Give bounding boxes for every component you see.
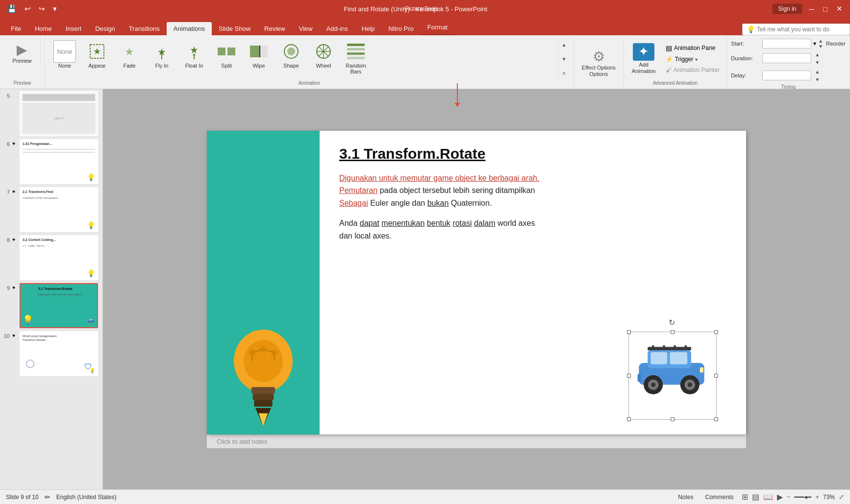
anim-split[interactable]: Split	[211, 38, 242, 71]
anim-shape[interactable]: Shape	[275, 38, 307, 71]
slide-item-8[interactable]: 8 ★ 3.2 Contoh Coding... // code here...…	[2, 235, 100, 280]
notes-button[interactable]: Notes	[674, 493, 697, 502]
zoom-out-icon[interactable]: −	[787, 493, 791, 501]
anim-scroll-more[interactable]: ≡	[560, 68, 569, 78]
body-red-1: Digunakan untuk memutar game object ke b…	[339, 174, 539, 182]
timing-reorder: ▲ ▼	[818, 38, 823, 49]
slide-thumb-7[interactable]: 2.1 Transform.Find Transform.Find merupa…	[20, 187, 98, 232]
slide-star-7: ★	[12, 189, 18, 194]
body-dapat: dapat	[360, 219, 379, 227]
tab-file[interactable]: File	[4, 22, 28, 35]
handle-mid-right[interactable]	[714, 374, 718, 378]
handle-bot-mid[interactable]	[671, 417, 675, 421]
body-bukan: bukan	[427, 199, 449, 207]
tab-addins[interactable]: Add-ins	[320, 22, 355, 35]
tab-help[interactable]: Help	[355, 22, 382, 35]
car-container[interactable]: ↻	[628, 332, 717, 420]
svg-rect-7	[227, 48, 235, 55]
redo-icon[interactable]: ↪	[36, 3, 48, 14]
delay-down[interactable]: ▼	[813, 75, 821, 83]
anim-scroll-up[interactable]: ▲	[560, 39, 569, 50]
timing-start-input[interactable]	[762, 39, 811, 48]
handle-mid-left[interactable]	[627, 374, 631, 378]
tab-animations[interactable]: Animations	[167, 22, 212, 35]
zoom-in-icon[interactable]: +	[815, 493, 819, 501]
animation-pane-button[interactable]: ▤ Animation Pane	[663, 43, 723, 53]
tab-view[interactable]: View	[292, 22, 320, 35]
slide-thumb-9[interactable]: 💡 3.1 Transform.Rotate Digunakan untuk m…	[20, 283, 98, 328]
anim-fade[interactable]: ★ Fade	[114, 38, 145, 71]
click-to-add-notes[interactable]: Click to add notes	[207, 434, 746, 448]
tab-transitions[interactable]: Transitions	[122, 22, 167, 35]
tab-slideshow[interactable]: Slide Show	[212, 22, 257, 35]
slide-canvas[interactable]: 3.1 Transform.Rotate Digunakan untuk mem…	[207, 131, 746, 434]
rotate-handle[interactable]: ↻	[669, 318, 675, 327]
close-icon[interactable]: ✕	[834, 3, 845, 14]
handle-top-left[interactable]	[627, 330, 631, 334]
effect-options-button[interactable]: ⚙ Effect Options Options	[578, 45, 620, 80]
view-presentation-icon[interactable]: ▶	[777, 492, 783, 502]
comments-button[interactable]: Comments	[701, 493, 738, 502]
anim-appear[interactable]: ★ Appear	[81, 38, 113, 71]
anim-none[interactable]: None None	[49, 38, 80, 71]
tab-home[interactable]: Home	[28, 22, 59, 35]
svg-rect-21	[347, 57, 365, 59]
signin-button[interactable]: Sign in	[772, 3, 803, 14]
hexa-icon: ⬡	[25, 358, 35, 370]
add-animation-icon: ✦	[633, 43, 654, 61]
delay-up[interactable]: ▲	[813, 68, 821, 75]
view-slide-icon[interactable]: ▤	[752, 492, 759, 502]
timing-duration-row: Duration: ▲ ▼	[731, 50, 821, 66]
handle-top-right[interactable]	[714, 330, 718, 334]
slide-item-10[interactable]: 10 ★ World yang menggunakanTransform.Rot…	[2, 331, 100, 376]
tab-format[interactable]: Format	[421, 21, 454, 35]
handle-top-mid[interactable]	[671, 330, 675, 334]
anim-wipe-label: Wipe	[252, 63, 265, 69]
animation-painter-button[interactable]: 🖌 Animation Painter	[663, 66, 723, 74]
anim-floatin[interactable]: ★ Float In	[178, 38, 210, 71]
slide-thumb-6[interactable]: 1.02 Pengenalan... 💡	[20, 139, 98, 184]
timing-duration-input[interactable]	[762, 53, 811, 63]
maximize-icon[interactable]: □	[821, 4, 830, 14]
anim-wheel[interactable]: Wheel	[308, 38, 339, 71]
view-normal-icon[interactable]: ⊞	[742, 492, 748, 502]
undo-icon[interactable]: ↩	[22, 3, 33, 14]
minimize-icon[interactable]: ─	[806, 4, 817, 14]
save-icon[interactable]: 💾	[5, 3, 19, 14]
anim-flyin[interactable]: ★ Fly In	[146, 38, 177, 71]
zoom-slider[interactable]: ━━━●━	[794, 494, 811, 501]
tab-nitro[interactable]: Nitro Pro	[382, 22, 421, 35]
anim-wipe[interactable]: Wipe	[243, 38, 275, 71]
customize-icon[interactable]: ▾	[50, 3, 59, 14]
tell-me-input[interactable]	[757, 26, 845, 33]
handle-bot-left[interactable]	[627, 417, 631, 421]
slide-item-7[interactable]: 7 ★ 2.1 Transform.Find Transform.Find me…	[2, 187, 100, 232]
reorder-down-icon[interactable]: ▼	[818, 44, 823, 49]
slide-item-9[interactable]: 9 ★ 💡 3.1 Transform.Rotate Digunakan unt…	[2, 283, 100, 328]
tab-design[interactable]: Design	[88, 22, 122, 35]
slide-thumb-5[interactable]: slide 5	[20, 91, 98, 136]
preview-button[interactable]: ▶ Preview	[10, 40, 34, 65]
slide-thumb-10[interactable]: World yang menggunakanTransform.Rotate..…	[20, 331, 98, 376]
animation-painter-label: Animation Painter	[674, 67, 720, 73]
timing-start-dropdown[interactable]: ▾	[813, 40, 816, 47]
body-text-4: Quaternion.	[449, 199, 492, 207]
tab-review[interactable]: Review	[257, 22, 292, 35]
tell-me-box[interactable]: 💡	[742, 24, 850, 35]
anim-randombars[interactable]: Random Bars	[340, 38, 372, 76]
slide-thumb-8[interactable]: 3.2 Contoh Coding... // code here... 💡	[20, 235, 98, 280]
reorder-up-icon[interactable]: ▲	[818, 38, 823, 44]
anim-scroll-down[interactable]: ▼	[560, 53, 569, 64]
duration-up[interactable]: ▲	[813, 50, 821, 58]
floatin-icon: ★	[183, 40, 205, 63]
handle-bot-right[interactable]	[714, 417, 718, 421]
timing-delay-input[interactable]	[762, 71, 811, 80]
tab-insert[interactable]: Insert	[59, 22, 89, 35]
slide-item-6[interactable]: 6 ★ 1.02 Pengenalan... 💡	[2, 139, 100, 184]
view-reading-icon[interactable]: 📖	[763, 492, 773, 502]
slide-item-5[interactable]: 5 slide 5	[2, 91, 100, 136]
fit-window-icon[interactable]: ⤢	[839, 493, 844, 501]
trigger-button[interactable]: ⚡ Trigger ▾	[663, 55, 723, 64]
add-animation-button[interactable]: ✦ AddAnimation	[628, 41, 660, 76]
duration-down[interactable]: ▼	[813, 58, 821, 66]
